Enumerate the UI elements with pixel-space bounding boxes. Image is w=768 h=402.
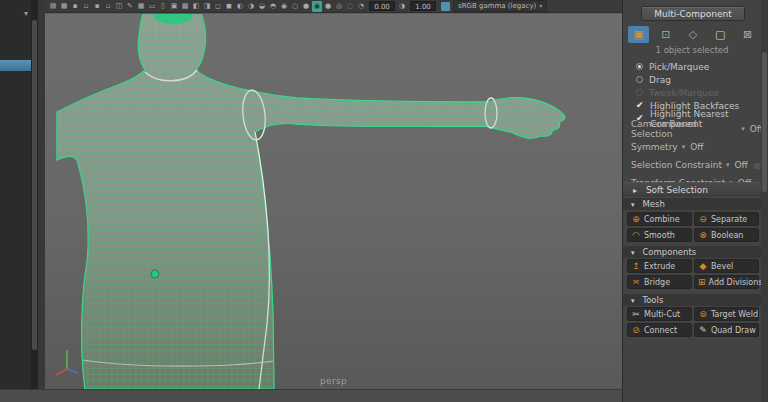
field-chart-icon[interactable]: ▩ bbox=[180, 1, 190, 12]
gamma-field[interactable]: 1.00 bbox=[410, 1, 436, 11]
outliner-scrollbar[interactable] bbox=[31, 0, 38, 389]
select-camera-icon[interactable]: ▦ bbox=[59, 1, 69, 12]
wireframe-on-shaded-icon[interactable]: ◉ bbox=[312, 1, 322, 12]
safe-action-icon[interactable]: ◧ bbox=[191, 1, 201, 12]
scrollbar-thumb[interactable] bbox=[32, 20, 37, 350]
viewport-toolbar-icons: ▤▦▪▫▪▫◫✎▦▭▯▣▩◧◨◻◼◐◑◒◓◉○●◉●◎◌ bbox=[48, 1, 356, 12]
boolean-icon: ⊗ bbox=[698, 230, 708, 240]
dropdown-label: Symmetry bbox=[631, 142, 678, 152]
multi-cut-button[interactable]: ✂ Multi-Cut bbox=[627, 307, 692, 321]
axis-gizmo[interactable] bbox=[53, 343, 83, 377]
symmetry-dropdown[interactable]: Symmetry ▾ Off bbox=[631, 138, 763, 156]
x-axis bbox=[56, 369, 67, 375]
uv-mode-icon[interactable]: ⊠ bbox=[737, 26, 758, 43]
chevron-down-icon: ▾ bbox=[631, 297, 635, 305]
gate-mask-icon[interactable]: ▣ bbox=[169, 1, 179, 12]
viewport-toolbar: ▤▦▪▫▪▫◫✎▦▭▯▣▩◧◨◻◼◐◑◒◓◉○●◉●◎◌ ◔ 0.00 ◑ 1.… bbox=[45, 0, 622, 13]
connect-icon: ⊘ bbox=[631, 325, 641, 335]
button-label: Connect bbox=[644, 326, 677, 335]
radio-tweak-marquee[interactable]: Tweak/Marquee bbox=[636, 86, 761, 99]
add-divisions-button[interactable]: ⊞ Add Divisions bbox=[694, 275, 759, 289]
separate-button[interactable]: ⊖ Separate bbox=[694, 212, 759, 226]
radio-icon bbox=[636, 89, 643, 96]
character-model[interactable] bbox=[45, 14, 622, 389]
ambient-occlusion-icon[interactable]: ◒ bbox=[257, 1, 267, 12]
frame-selected-icon[interactable]: ◼ bbox=[224, 1, 234, 12]
outliner-panel[interactable]: ▾ bbox=[0, 0, 31, 389]
edge-mode-icon[interactable]: ◇ bbox=[683, 26, 704, 43]
bridge-button[interactable]: ≍ Bridge bbox=[627, 275, 692, 289]
connect-button[interactable]: ⊘ Connect bbox=[627, 323, 692, 337]
camera-based-selection-dropdown[interactable]: Camera Based Selection ▾ Off bbox=[631, 120, 763, 138]
bevel-button[interactable]: ◆ Bevel bbox=[694, 259, 759, 273]
modeling-toolkit-panel: Multi-Component ▣ ⊡ ◇ ▢ ⊠ 1 object selec… bbox=[622, 0, 768, 402]
tools-section-header[interactable]: ▾ Tools bbox=[623, 294, 762, 306]
checkmark-icon: ✔ bbox=[636, 101, 645, 110]
quad-draw-button[interactable]: ✎ Quad Draw bbox=[694, 323, 759, 337]
camera-name-label: persp bbox=[320, 376, 347, 386]
button-label: Quad Draw bbox=[711, 326, 756, 335]
perspective-viewport[interactable]: ▤▦▪▫▪▫◫✎▦▭▯▣▩◧◨◻◼◐◑◒◓◉○●◉●◎◌ ◔ 0.00 ◑ 1.… bbox=[45, 0, 622, 389]
vertex-mode-icon[interactable]: ⊡ bbox=[655, 26, 676, 43]
button-label: Add Divisions bbox=[709, 278, 763, 287]
chevron-down-icon: ▾ bbox=[631, 201, 635, 209]
combine-icon: ⊕ bbox=[631, 214, 641, 224]
radio-label: Tweak/Marquee bbox=[649, 88, 719, 98]
viewport-canvas[interactable]: persp bbox=[45, 14, 622, 389]
object-mode-icon[interactable]: ▣ bbox=[628, 26, 649, 43]
grease-pencil-icon[interactable]: ✎ bbox=[125, 1, 135, 12]
lock-camera-icon[interactable]: ▪ bbox=[70, 1, 80, 12]
multi-component-button[interactable]: Multi-Component bbox=[641, 6, 745, 21]
multi-cut-icon: ✂ bbox=[631, 309, 641, 319]
chevron-down-icon[interactable]: ▾ bbox=[24, 9, 28, 18]
exposure-field[interactable]: 0.00 bbox=[369, 1, 395, 11]
image-plane-icon[interactable]: ▫ bbox=[103, 1, 113, 12]
toolkit-scrollbar[interactable] bbox=[761, 0, 768, 402]
face-mode-icon[interactable]: ▢ bbox=[710, 26, 731, 43]
soft-selection-label: Soft Selection bbox=[646, 185, 708, 195]
panel-layout-icon[interactable]: ▤ bbox=[48, 1, 58, 12]
smooth-icon: ◠ bbox=[631, 230, 641, 240]
outliner-selected-row[interactable] bbox=[0, 60, 31, 71]
dropdown-value: Off bbox=[690, 142, 703, 152]
grid-icon[interactable]: ▦ bbox=[136, 1, 146, 12]
frame-all-icon[interactable]: ◻ bbox=[213, 1, 223, 12]
constraint-options-icon[interactable]: ▦ bbox=[753, 161, 761, 170]
components-section-header[interactable]: ▾ Components bbox=[623, 246, 762, 258]
radio-pick-marquee[interactable]: Pick/Marquee bbox=[636, 60, 761, 73]
smooth-shade-icon[interactable]: ● bbox=[301, 1, 311, 12]
component-mode-row: ▣ ⊡ ◇ ▢ ⊠ bbox=[628, 25, 758, 43]
dropdown-label: Selection Constraint bbox=[631, 160, 722, 170]
two-d-pan-zoom-icon[interactable]: ◫ bbox=[114, 1, 124, 12]
view-transform-dropdown[interactable]: sRGB gamma (legacy)▾ bbox=[453, 0, 547, 12]
film-gate-icon[interactable]: ▭ bbox=[147, 1, 157, 12]
add-divisions-icon: ⊞ bbox=[698, 277, 706, 287]
section-label: Components bbox=[642, 247, 696, 257]
scrollbar-thumb[interactable] bbox=[762, 52, 767, 192]
mesh-section-header[interactable]: ▾ Mesh bbox=[623, 198, 762, 210]
radio-drag[interactable]: Drag bbox=[636, 73, 761, 86]
button-label: Smooth bbox=[644, 231, 675, 240]
smooth-button[interactable]: ◠ Smooth bbox=[627, 228, 692, 242]
color-management-toggle-icon[interactable] bbox=[441, 2, 450, 11]
combine-button[interactable]: ⊕ Combine bbox=[627, 212, 692, 226]
wireframe-icon[interactable]: ○ bbox=[290, 1, 300, 12]
boolean-button[interactable]: ⊗ Boolean bbox=[694, 228, 759, 242]
safe-title-icon[interactable]: ◨ bbox=[202, 1, 212, 12]
use-default-material-icon[interactable]: ◎ bbox=[334, 1, 344, 12]
exposure-icon: ◔ bbox=[356, 1, 366, 12]
bookmarks-icon[interactable]: ▪ bbox=[92, 1, 102, 12]
section-label: Mesh bbox=[642, 199, 664, 209]
textured-icon[interactable]: ● bbox=[323, 1, 333, 12]
camera-attributes-icon[interactable]: ▫ bbox=[81, 1, 91, 12]
shadows-icon[interactable]: ◑ bbox=[246, 1, 256, 12]
extrude-button[interactable]: ↥ Extrude bbox=[627, 259, 692, 273]
soft-selection-header[interactable]: ▸ Soft Selection bbox=[623, 182, 762, 196]
target-weld-button[interactable]: ⊚ Target Weld bbox=[694, 307, 759, 321]
selection-constraint-dropdown[interactable]: Selection Constraint ▾ Off ▦ bbox=[631, 156, 763, 174]
xray-icon[interactable]: ◌ bbox=[345, 1, 355, 12]
motion-blur-icon[interactable]: ◓ bbox=[268, 1, 278, 12]
multisample-aa-icon[interactable]: ◉ bbox=[279, 1, 289, 12]
resolution-gate-icon[interactable]: ▯ bbox=[158, 1, 168, 12]
lighting-icon[interactable]: ◐ bbox=[235, 1, 245, 12]
